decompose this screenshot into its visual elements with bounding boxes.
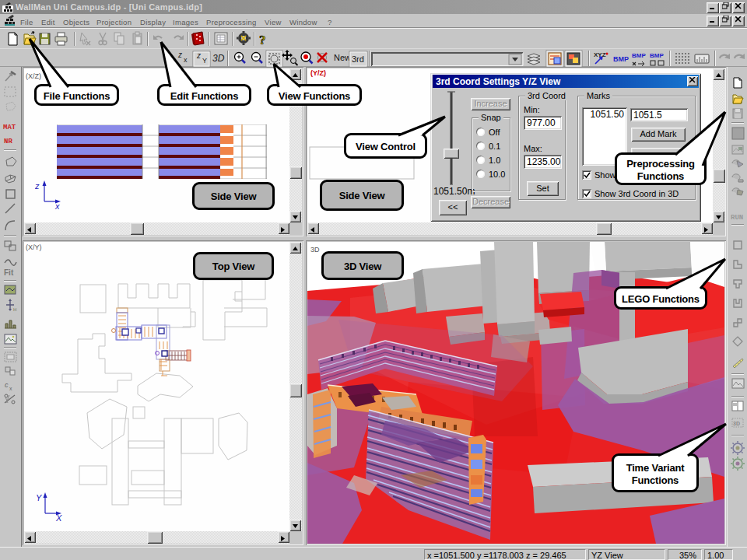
svg-text:NR: NR [4,138,12,145]
svg-text:x: x [9,386,12,391]
svg-text:H: H [13,307,16,312]
svg-text:Fit: Fit [4,268,14,277]
svg-text:X: X [55,513,62,521]
svg-text:RUN: RUN [731,214,743,222]
svg-text:3D: 3D [212,53,225,64]
svg-text:BMP: BMP [613,55,629,63]
svg-text:x: x [184,56,188,64]
svg-text:?: ? [259,33,266,47]
svg-text:3D: 3D [733,421,740,426]
svg-text:z: z [177,51,182,59]
svg-text:Y: Y [36,493,42,502]
svg-text:BMP: BMP [650,52,664,59]
svg-text:3rd: 3rd [352,54,364,64]
svg-text:New: New [334,53,351,62]
svg-text:BMP: BMP [632,52,646,59]
svg-text:x: x [54,201,60,209]
svg-text:z: z [35,181,40,191]
svg-text:MAT: MAT [3,124,16,131]
svg-text:c: c [5,381,9,389]
svg-text:Y: Y [202,57,207,65]
svg-text:z: z [196,51,201,60]
